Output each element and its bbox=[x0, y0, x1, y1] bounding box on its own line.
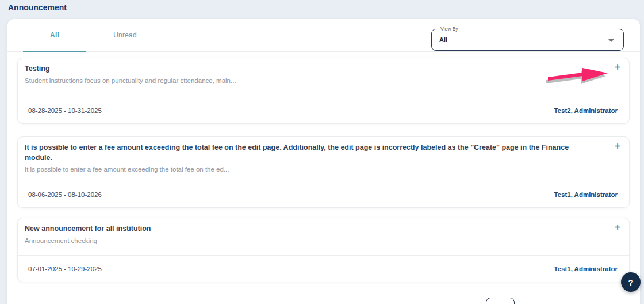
announcement-summary: It is possible to enter a fee amount exc… bbox=[25, 165, 597, 174]
announcement-title: Testing bbox=[25, 64, 597, 74]
announcement-date-range: 07-01-2025 - 10-29-2025 bbox=[28, 265, 102, 272]
expand-plus-icon[interactable]: + bbox=[614, 62, 621, 73]
view-by-label: View By bbox=[438, 26, 461, 32]
announcement-date-range: 08-06-2025 - 08-10-2026 bbox=[28, 191, 102, 198]
announcement-card-body: New announcement for all institution Ann… bbox=[18, 218, 629, 255]
announcement-card: Testing Student instructions focus on pu… bbox=[17, 58, 630, 124]
active-tab-indicator bbox=[23, 51, 86, 52]
announcement-title: New announcement for all institution bbox=[25, 224, 597, 234]
announcement-card-footer: 08-06-2025 - 08-10-2026 Test1, Administr… bbox=[18, 181, 629, 207]
announcement-card-body: It is possible to enter a fee amount exc… bbox=[18, 137, 629, 181]
question-mark-icon: ? bbox=[628, 278, 633, 287]
caret-down-icon bbox=[608, 39, 614, 42]
announcement-card: It is possible to enter a fee amount exc… bbox=[17, 136, 630, 208]
announcement-card-footer: 08-28-2025 - 10-31-2025 Test2, Administr… bbox=[18, 97, 629, 123]
view-by-value: All bbox=[439, 36, 447, 43]
help-button[interactable]: ? bbox=[621, 272, 641, 292]
announcement-author: Test1, Administrator bbox=[554, 191, 618, 198]
announcement-author: Test2, Administrator bbox=[554, 107, 618, 114]
view-by-select[interactable]: View By All bbox=[431, 29, 624, 51]
announcement-title: It is possible to enter a fee amount exc… bbox=[25, 143, 597, 163]
announcement-date-range: 08-28-2025 - 10-31-2025 bbox=[28, 107, 102, 114]
announcement-panel: All Unread View By All Testing Student i… bbox=[7, 19, 640, 304]
announcement-card-body: Testing Student instructions focus on pu… bbox=[18, 58, 629, 97]
tab-unread[interactable]: Unread bbox=[86, 19, 164, 51]
expand-plus-icon[interactable]: + bbox=[614, 140, 621, 152]
expand-plus-icon[interactable]: + bbox=[614, 222, 621, 233]
announcement-summary: Announcement checking bbox=[25, 236, 597, 245]
announcement-summary: Student instructions focus on punctualit… bbox=[25, 76, 597, 85]
tab-all[interactable]: All bbox=[23, 19, 86, 51]
tab-bar: All Unread View By All bbox=[7, 19, 640, 52]
page-size-select[interactable] bbox=[486, 298, 515, 304]
page-title: Announcement bbox=[8, 3, 67, 12]
announcement-author: Test1, Administrator bbox=[554, 265, 618, 272]
announcement-card: New announcement for all institution Ann… bbox=[17, 218, 630, 282]
announcement-card-footer: 07-01-2025 - 10-29-2025 Test1, Administr… bbox=[18, 255, 629, 282]
